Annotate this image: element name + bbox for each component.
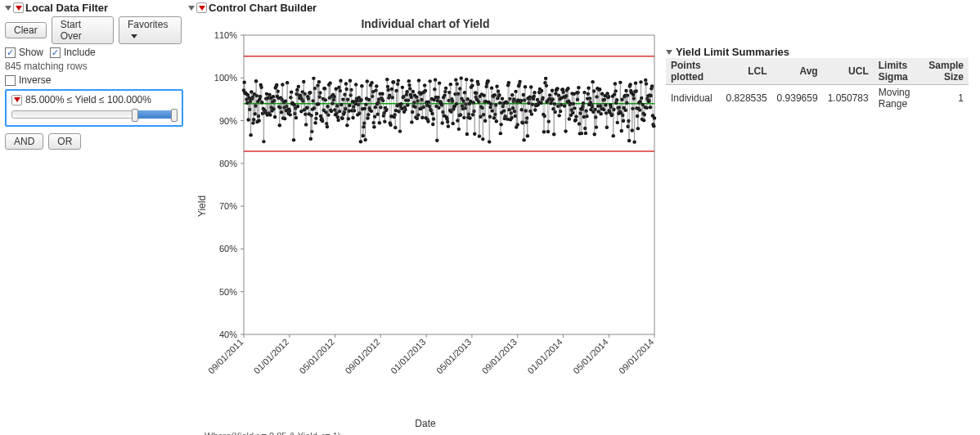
clause-menu-icon[interactable] xyxy=(11,95,22,105)
svg-text:09/01/2012: 09/01/2012 xyxy=(343,337,381,375)
slider-handle-low[interactable] xyxy=(132,109,138,122)
control-chart[interactable]: 40%50%60%70%80%90%100%110%09/01/201101/0… xyxy=(205,30,663,382)
svg-rect-0 xyxy=(244,35,654,334)
svg-text:05/01/2013: 05/01/2013 xyxy=(434,337,473,375)
col-ucl: UCL xyxy=(823,58,874,85)
svg-text:05/01/2014: 05/01/2014 xyxy=(571,337,609,375)
svg-text:90%: 90% xyxy=(219,116,237,126)
y-axis-label: Yield xyxy=(196,195,208,217)
svg-text:09/01/2014: 09/01/2014 xyxy=(617,337,655,375)
show-label: Show xyxy=(19,47,43,58)
filter-clause[interactable]: 85.000% ≤ Yield ≤ 100.000% xyxy=(5,89,183,127)
slider-handle-high[interactable] xyxy=(171,109,178,122)
svg-text:50%: 50% xyxy=(219,287,237,297)
disclosure-icon[interactable] xyxy=(666,50,672,55)
inverse-checkbox[interactable] xyxy=(5,75,16,86)
summaries-title: Yield Limit Summaries xyxy=(676,46,789,58)
col-n: Sample Size xyxy=(920,58,969,85)
inverse-label: Inverse xyxy=(19,74,51,86)
table-row: Individual 0.828535 0.939659 1.050783 Mo… xyxy=(666,85,969,112)
svg-text:05/01/2012: 05/01/2012 xyxy=(298,337,336,375)
svg-text:40%: 40% xyxy=(219,330,237,339)
panel-menu-icon[interactable] xyxy=(13,2,24,13)
svg-text:80%: 80% xyxy=(219,159,237,168)
filter-title: Local Data Filter xyxy=(25,2,108,14)
range-slider[interactable] xyxy=(11,110,177,119)
svg-text:01/01/2013: 01/01/2013 xyxy=(389,337,427,375)
svg-text:60%: 60% xyxy=(219,244,237,253)
filter-range-text: 85.000% ≤ Yield ≤ 100.000% xyxy=(25,94,151,105)
where-clause: Where(Yield >= 0.85 & Yield <= 1) xyxy=(205,431,663,435)
svg-text:110%: 110% xyxy=(214,30,237,40)
col-avg: Avg xyxy=(772,58,823,85)
show-checkbox[interactable] xyxy=(5,47,16,58)
chevron-down-icon xyxy=(131,34,137,38)
col-points: Points plotted xyxy=(666,58,722,85)
or-button[interactable]: OR xyxy=(48,133,81,150)
builder-title: Control Chart Builder xyxy=(209,2,317,14)
svg-text:01/01/2012: 01/01/2012 xyxy=(252,337,290,375)
col-lcl: LCL xyxy=(722,58,772,85)
include-label: Include xyxy=(64,47,96,58)
col-limits: Limits Sigma xyxy=(874,58,920,85)
include-checkbox[interactable] xyxy=(50,47,61,58)
x-axis-label: Date xyxy=(188,418,663,429)
matching-rows: 845 matching rows xyxy=(5,61,183,72)
favorites-dropdown[interactable]: Favorites xyxy=(119,16,182,44)
clear-button[interactable]: Clear xyxy=(5,22,47,38)
disclosure-icon[interactable] xyxy=(188,6,195,11)
and-button[interactable]: AND xyxy=(5,133,43,150)
svg-text:09/01/2013: 09/01/2013 xyxy=(480,337,519,375)
disclosure-icon[interactable] xyxy=(5,6,11,11)
chart-title: Individual chart of Yield xyxy=(188,17,663,30)
svg-text:70%: 70% xyxy=(219,201,237,211)
svg-text:01/01/2014: 01/01/2014 xyxy=(525,337,564,375)
panel-menu-icon[interactable] xyxy=(196,2,207,13)
start-over-button[interactable]: Start Over xyxy=(52,16,114,44)
svg-text:09/01/2011: 09/01/2011 xyxy=(206,337,245,375)
summaries-table: Points plotted LCL Avg UCL Limits Sigma … xyxy=(666,58,969,111)
svg-text:100%: 100% xyxy=(214,73,237,83)
